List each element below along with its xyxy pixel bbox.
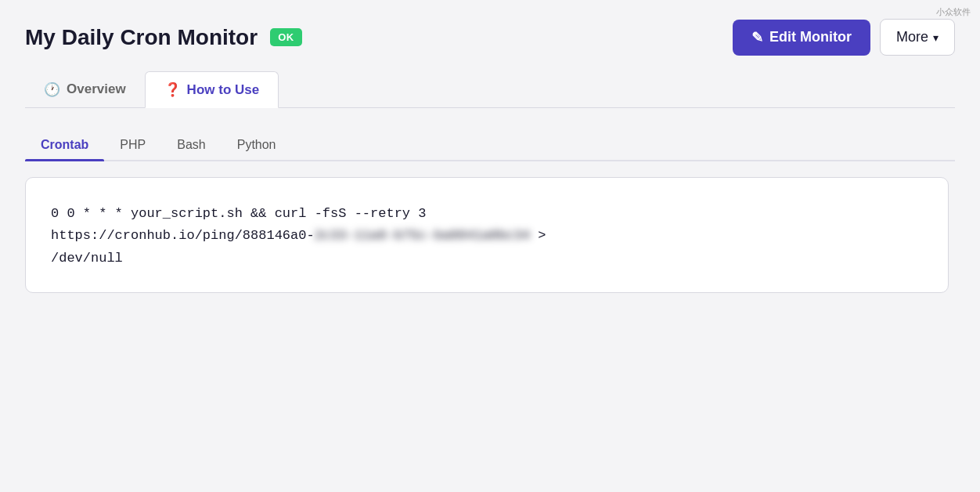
sub-tab-php[interactable]: PHP xyxy=(104,130,161,160)
tab-how-to-use[interactable]: ❓ How to Use xyxy=(145,71,279,108)
code-line-2-prefix: https://cronhub.io/ping/888146a0- xyxy=(51,228,315,243)
page-title: My Daily Cron Monitor xyxy=(25,25,258,50)
sub-tab-crontab[interactable]: Crontab xyxy=(25,130,104,160)
header-right: ✎ Edit Monitor More ▾ xyxy=(733,19,955,56)
code-line-1: 0 0 * * * your_script.sh && curl -fsS --… xyxy=(51,203,923,226)
status-badge: OK xyxy=(270,28,302,46)
chevron-down-icon: ▾ xyxy=(933,31,939,44)
code-line-2-blurred: 2c33-11a8-b75c-ba8841a0bc34 xyxy=(315,225,530,248)
question-icon: ❓ xyxy=(164,81,181,98)
edit-monitor-button[interactable]: ✎ Edit Monitor xyxy=(733,20,870,56)
tab-overview-label: Overview xyxy=(67,81,126,97)
sub-tab-bash[interactable]: Bash xyxy=(161,130,221,160)
sub-tabs: Crontab PHP Bash Python xyxy=(25,130,955,161)
header-row: My Daily Cron Monitor OK ✎ Edit Monitor … xyxy=(25,19,955,56)
header-left: My Daily Cron Monitor OK xyxy=(25,25,302,50)
edit-monitor-label: Edit Monitor xyxy=(769,29,852,45)
sub-tab-php-label: PHP xyxy=(120,138,146,151)
edit-icon: ✎ xyxy=(751,29,763,46)
code-line-3: /dev/null xyxy=(51,248,923,270)
sub-tab-crontab-label: Crontab xyxy=(41,138,88,151)
more-label: More xyxy=(896,29,928,45)
code-line-2-suffix: > xyxy=(530,228,546,243)
clock-icon: 🕐 xyxy=(44,81,60,98)
watermark-label: 小众软件 xyxy=(936,6,971,18)
sub-tab-python[interactable]: Python xyxy=(222,130,292,160)
more-button[interactable]: More ▾ xyxy=(880,19,955,56)
main-tabs: 🕐 Overview ❓ How to Use xyxy=(25,71,955,108)
tab-overview[interactable]: 🕐 Overview xyxy=(25,72,145,107)
sub-tab-bash-label: Bash xyxy=(177,138,205,151)
code-line-2: https://cronhub.io/ping/888146a0-2c33-11… xyxy=(51,225,923,248)
code-box: 0 0 * * * your_script.sh && curl -fsS --… xyxy=(25,177,949,294)
tab-how-to-use-label: How to Use xyxy=(187,82,260,98)
sub-tab-python-label: Python xyxy=(237,138,276,151)
